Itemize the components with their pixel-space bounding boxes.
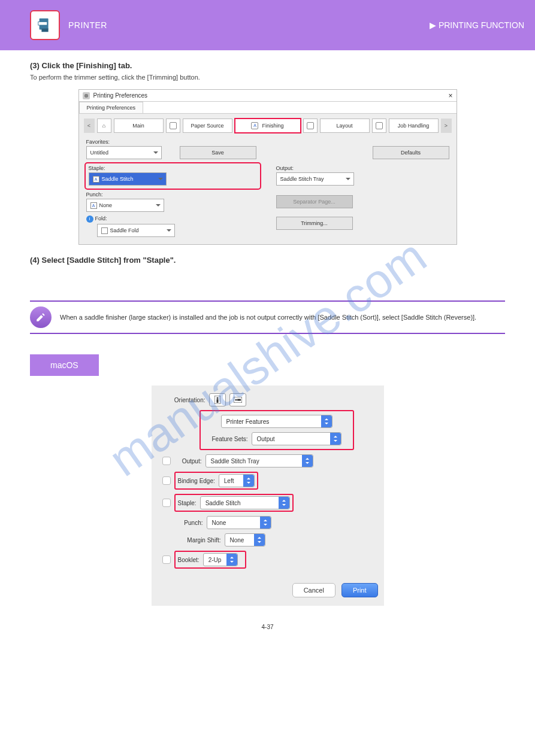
booklet-checkbox[interactable] — [162, 555, 171, 564]
printer-features-group: Printer Features Feature Sets: Output — [200, 410, 354, 450]
close-icon[interactable]: × — [448, 92, 452, 100]
dialog-actions: Cancel Print — [158, 583, 378, 597]
mac-punch-dropdown[interactable]: None — [207, 516, 271, 529]
macos-dialog: Orientation: Printer Features Feature Se… — [152, 385, 384, 606]
save-button[interactable]: Save — [180, 146, 256, 159]
binding-edge-dropdown[interactable]: Left — [219, 474, 255, 487]
booklet-dropdown[interactable]: 2-Up — [203, 553, 238, 566]
header-title: PRINTER — [68, 20, 107, 30]
staple-row: Staple: Saddle Stitch — [158, 494, 378, 512]
info-icon: i — [86, 215, 93, 223]
svg-rect-1 — [38, 22, 47, 25]
left-column: Staple: ASaddle Stitch Punch: ANone iFol… — [86, 165, 259, 237]
staple-dropdown[interactable]: ASaddle Stitch — [89, 172, 167, 186]
windows-dialog: Printing Preferences × Printing Preferen… — [78, 89, 457, 245]
favorites-row: Favorites: Untitled Save Defaults — [79, 136, 457, 162]
orientation-landscape-button[interactable] — [229, 393, 246, 406]
margin-shift-row: Margin Shift: None — [158, 533, 378, 546]
margin-shift-label: Margin Shift: — [158, 537, 221, 544]
tab-paper-source-icon[interactable] — [166, 119, 180, 133]
grid-icon — [307, 122, 314, 129]
feature-sets-dropdown[interactable]: Output — [252, 432, 341, 445]
header-breadcrumb: ▶ PRINTING FUNCTION — [430, 20, 524, 30]
fold-dropdown[interactable]: Saddle Fold — [97, 224, 175, 237]
doc-icon: A — [251, 122, 258, 129]
svg-rect-5 — [216, 399, 218, 403]
orientation-row: Orientation: — [158, 393, 378, 406]
note-text: When a saddle finisher (large stacker) i… — [60, 314, 476, 321]
orientation-portrait-button[interactable] — [209, 393, 226, 406]
print-button[interactable]: Print — [341, 583, 378, 597]
page-number: 4-37 — [30, 624, 505, 630]
right-column: Output: Saddle Stitch Tray Separator Pag… — [276, 165, 449, 237]
output-checkbox[interactable] — [162, 457, 171, 465]
mac-output-label: Output: — [174, 458, 202, 464]
punch-row: Punch: None — [158, 516, 378, 529]
svg-point-4 — [216, 397, 218, 399]
tab-prev-button[interactable]: < — [84, 119, 95, 133]
mac-staple-dropdown[interactable]: Saddle Stitch — [200, 496, 290, 509]
favorites-dropdown[interactable]: Untitled — [86, 146, 162, 159]
chevron-updown-icon — [330, 433, 341, 445]
defaults-button[interactable]: Defaults — [373, 146, 449, 159]
punch-label: Punch: — [86, 192, 259, 198]
home-icon: ⌂ — [102, 123, 105, 129]
doc-mini-icon: A — [93, 176, 99, 183]
chevron-updown-icon — [226, 554, 237, 566]
svg-rect-8 — [237, 399, 241, 401]
dialog-title: Printing Preferences — [93, 92, 148, 99]
output-row: Output: Saddle Stitch Tray — [158, 454, 378, 467]
dialog-titlebar: Printing Preferences × — [79, 90, 457, 102]
tab-row: < ⌂ Main Paper Source AFinishing Layout … — [79, 114, 457, 136]
favorites-label: Favorites: — [86, 139, 162, 145]
trimming-button[interactable]: Trimming... — [276, 217, 353, 230]
binding-checkbox[interactable] — [162, 476, 171, 485]
tab-main[interactable]: Main — [114, 119, 164, 133]
booklet-row: Booklet: 2-Up — [158, 551, 378, 569]
tab-layout-icon[interactable] — [303, 119, 318, 133]
note-bar: When a saddle finisher (large stacker) i… — [30, 300, 505, 334]
chevron-updown-icon — [302, 455, 313, 467]
fold-label: iFold: — [86, 215, 259, 223]
svg-point-7 — [235, 399, 237, 401]
tab-job-handling[interactable]: Job Handling — [389, 119, 439, 133]
sub-tabstrip: Printing Preferences — [79, 102, 457, 114]
mac-punch-label: Punch: — [158, 520, 203, 526]
chevron-updown-icon — [243, 475, 254, 487]
tab-finishing[interactable]: AFinishing — [235, 119, 301, 133]
section-dropdown[interactable]: Printer Features — [221, 415, 333, 428]
margin-shift-dropdown[interactable]: None — [225, 533, 265, 546]
doc-mini-icon — [101, 227, 108, 234]
staple-checkbox[interactable] — [162, 499, 171, 507]
finishing-panel: Staple: ASaddle Stitch Punch: ANone iFol… — [79, 162, 457, 244]
printer-section-icon — [30, 10, 60, 40]
subtab-printing-preferences[interactable]: Printing Preferences — [79, 102, 144, 113]
chevron-updown-icon — [321, 415, 332, 427]
cancel-button[interactable]: Cancel — [292, 583, 335, 597]
clipboard-icon — [376, 122, 383, 129]
doc-mini-icon: A — [90, 202, 97, 209]
page-icon — [170, 122, 177, 129]
tab-next-button[interactable]: > — [441, 119, 452, 133]
printer-icon — [83, 92, 90, 99]
pencil-icon — [30, 306, 52, 328]
svg-rect-2 — [41, 29, 48, 32]
tab-layout[interactable]: Layout — [320, 119, 370, 133]
staple-label: Staple: — [89, 165, 257, 171]
step-3-sub: To perform the trimmer setting, click th… — [30, 74, 505, 81]
page-header: PRINTER ▶ PRINTING FUNCTION — [0, 0, 535, 50]
chevron-updown-icon — [254, 534, 265, 546]
output-dropdown[interactable]: Saddle Stitch Tray — [276, 172, 354, 186]
step-4-heading: (4) Select [Saddle Stitch] from "Staple"… — [30, 256, 505, 265]
chevron-updown-icon — [260, 517, 271, 529]
chevron-updown-icon — [279, 497, 289, 509]
output-label: Output: — [276, 165, 449, 171]
tab-job-handling-icon[interactable] — [372, 119, 386, 133]
mac-output-dropdown[interactable]: Saddle Stitch Tray — [205, 454, 313, 467]
tab-paper-source[interactable]: Paper Source — [183, 119, 232, 133]
tab-home-icon[interactable]: ⌂ — [97, 119, 111, 133]
step-3-heading: (3) Click the [Finishing] tab. — [30, 61, 505, 70]
separator-page-button[interactable]: Separator Page... — [276, 195, 353, 208]
orientation-label: Orientation: — [158, 397, 205, 403]
punch-dropdown[interactable]: ANone — [86, 199, 164, 212]
